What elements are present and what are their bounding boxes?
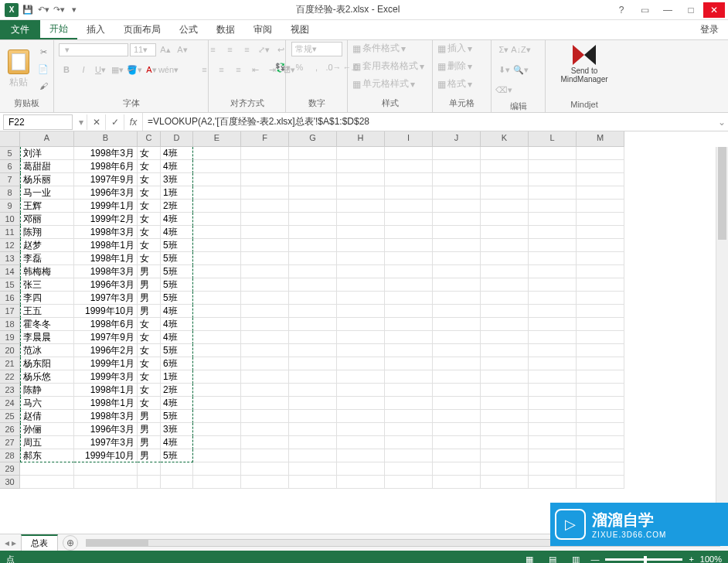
cell-M16[interactable] [577,292,624,305]
cell-B19[interactable]: 1997年9月 [74,331,138,344]
column-header-L[interactable]: L [529,131,577,147]
cell-C13[interactable]: 女 [138,252,161,265]
cell-L21[interactable] [529,357,577,370]
cell-L5[interactable] [529,147,577,160]
undo-icon[interactable]: ↶▾ [37,4,49,16]
cell-E18[interactable] [193,318,241,331]
cell-K7[interactable] [481,173,529,186]
cell-C5[interactable]: 女 [138,147,161,160]
row-header-18[interactable]: 18 [0,318,20,331]
cell-F29[interactable] [241,462,289,476]
cell-J23[interactable] [433,384,481,397]
cell-G19[interactable] [289,331,337,344]
cell-J19[interactable] [433,331,481,344]
qat-customize-icon[interactable]: ▾ [68,4,80,16]
font-size-combo[interactable]: 11 ▾ [130,43,156,56]
cell-D5[interactable]: 4班 [161,147,193,160]
cell-F21[interactable] [241,357,289,370]
cell-J27[interactable] [433,436,481,449]
delete-cells-button[interactable]: 删除 [447,60,466,73]
cell-C19[interactable]: 女 [138,331,161,344]
cell-L8[interactable] [529,186,577,200]
cell-D6[interactable]: 4班 [161,160,193,173]
cell-I5[interactable] [385,147,433,160]
row-header-26[interactable]: 26 [0,423,20,436]
underline-icon[interactable]: U▾ [93,62,108,77]
cell-M15[interactable] [577,278,624,292]
cell-I26[interactable] [385,423,433,436]
cell-K16[interactable] [481,292,529,305]
fill-color-icon[interactable]: 🪣▾ [127,62,142,77]
cell-M29[interactable] [577,462,624,476]
align-top-icon[interactable]: ≡ [206,42,221,57]
cell-D21[interactable]: 6班 [161,357,193,370]
cell-B30[interactable] [74,476,138,489]
cell-H18[interactable] [337,318,385,331]
cell-H28[interactable] [337,449,385,462]
cell-F28[interactable] [241,449,289,462]
cell-B11[interactable]: 1998年3月 [74,226,138,239]
cell-I16[interactable] [385,292,433,305]
help-button[interactable]: ? [611,2,632,18]
clear-icon[interactable]: ⌫▾ [496,82,512,97]
close-button[interactable]: ✕ [703,2,725,18]
cell-L23[interactable] [529,384,577,397]
cell-H5[interactable] [337,147,385,160]
cell-G11[interactable] [289,226,337,239]
row-header-17[interactable]: 17 [0,305,20,318]
cell-I21[interactable] [385,357,433,370]
cell-B18[interactable]: 1998年6月 [74,318,138,331]
cell-J15[interactable] [433,278,481,292]
cell-D7[interactable]: 3班 [161,173,193,186]
cell-F11[interactable] [241,226,289,239]
cell-G18[interactable] [289,318,337,331]
cell-K22[interactable] [481,370,529,384]
row-header-14[interactable]: 14 [0,265,20,278]
cell-L6[interactable] [529,160,577,173]
cell-H9[interactable] [337,200,385,213]
cell-G27[interactable] [289,436,337,449]
cell-B26[interactable]: 1996年3月 [74,423,138,436]
cell-H23[interactable] [337,384,385,397]
column-header-D[interactable]: D [161,131,193,147]
cell-H21[interactable] [337,357,385,370]
cell-H26[interactable] [337,423,385,436]
cell-C8[interactable]: 女 [138,186,161,200]
cell-D10[interactable]: 4班 [161,213,193,226]
cell-C18[interactable]: 女 [138,318,161,331]
cell-K24[interactable] [481,397,529,410]
cell-F27[interactable] [241,436,289,449]
phonetic-icon[interactable]: wén▾ [161,62,176,77]
cell-I18[interactable] [385,318,433,331]
cell-M14[interactable] [577,265,624,278]
delete-cells-icon[interactable]: ▦ [437,61,446,72]
cell-E28[interactable] [193,449,241,462]
zoom-slider[interactable] [605,558,682,561]
cell-K26[interactable] [481,423,529,436]
cell-C22[interactable]: 女 [138,370,161,384]
cell-E26[interactable] [193,423,241,436]
cell-D15[interactable]: 5班 [161,278,193,292]
cell-A13[interactable]: 李磊 [20,252,74,265]
cell-L11[interactable] [529,226,577,239]
tab-data[interactable]: 数据 [207,20,244,39]
cell-G17[interactable] [289,305,337,318]
vertical-scrollbar[interactable] [716,147,728,534]
cell-H17[interactable] [337,305,385,318]
cell-M21[interactable] [577,357,624,370]
cell-K14[interactable] [481,265,529,278]
cell-D22[interactable]: 1班 [161,370,193,384]
row-header-8[interactable]: 8 [0,186,20,200]
column-header-B[interactable]: B [74,131,138,147]
cell-A15[interactable]: 张三 [20,278,74,292]
cell-B16[interactable]: 1997年3月 [74,292,138,305]
format-painter-icon[interactable]: 🖌 [36,78,51,94]
cell-F25[interactable] [241,410,289,423]
cell-E9[interactable] [193,200,241,213]
cell-I8[interactable] [385,186,433,200]
cell-L7[interactable] [529,173,577,186]
cell-I14[interactable] [385,265,433,278]
cell-C20[interactable]: 女 [138,344,161,357]
cell-J5[interactable] [433,147,481,160]
cell-L13[interactable] [529,252,577,265]
